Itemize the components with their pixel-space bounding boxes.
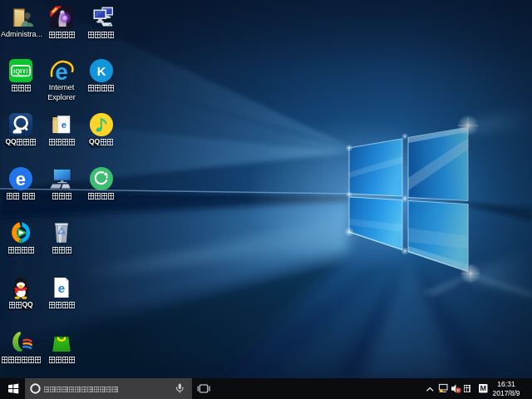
svg-text:e: e — [62, 120, 66, 130]
svg-text:e: e — [58, 281, 65, 295]
svg-text:M: M — [480, 384, 486, 392]
svg-text:iQIYI: iQIYI — [13, 67, 27, 75]
svg-text:K: K — [96, 64, 106, 78]
svg-text:e: e — [16, 169, 26, 190]
